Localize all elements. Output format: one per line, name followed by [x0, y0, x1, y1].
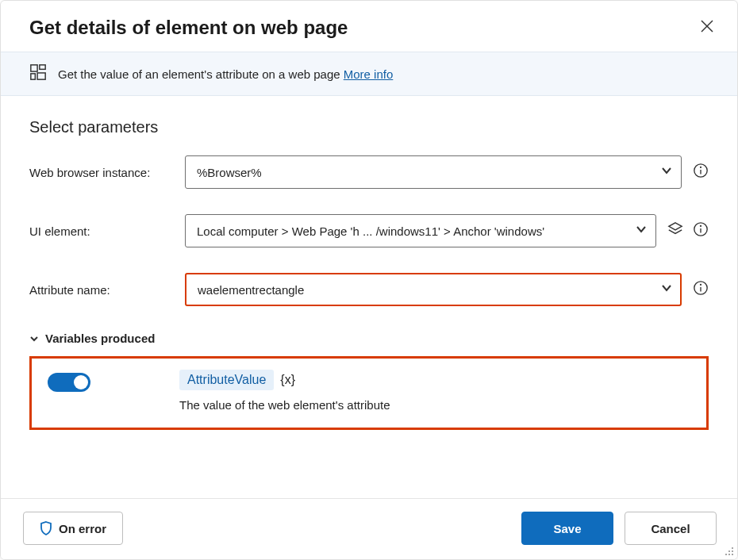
variable-description: The value of the web element's attribute: [179, 398, 390, 412]
cancel-label: Cancel: [651, 522, 690, 535]
svg-point-20: [728, 554, 730, 555]
svg-rect-3: [40, 65, 45, 70]
close-icon[interactable]: [701, 20, 713, 36]
svg-point-8: [701, 167, 701, 167]
browser-select[interactable]: %Browser%: [185, 155, 682, 189]
svg-marker-9: [669, 223, 682, 230]
action-icon: [29, 63, 47, 84]
svg-point-16: [732, 547, 733, 549]
attribute-select[interactable]: waelementrectangle: [185, 273, 682, 306]
row-attribute: Attribute name: waelementrectangle: [29, 273, 709, 306]
variables-produced-toggle[interactable]: Variables produced: [29, 332, 709, 345]
layers-icon[interactable]: [667, 221, 683, 240]
info-icon[interactable]: [693, 163, 709, 182]
row-uielement: UI element: Local computer > Web Page 'h…: [29, 214, 709, 247]
svg-rect-5: [37, 73, 45, 79]
variable-info: AttributeValue {x} The value of the web …: [179, 370, 390, 412]
dialog-body: Select parameters Web browser instance: …: [1, 96, 737, 438]
variable-name[interactable]: AttributeValue: [179, 370, 274, 390]
label-attribute: Attribute name:: [29, 283, 185, 297]
save-label: Save: [553, 522, 581, 535]
dialog-footer: On error Save Cancel: [1, 498, 737, 559]
dialog-header: Get details of element on web page: [1, 1, 737, 52]
info-icon[interactable]: [693, 221, 709, 240]
info-banner: Get the value of an element's attribute …: [1, 52, 737, 96]
attribute-value: waelementrectangle: [198, 283, 304, 297]
info-icon[interactable]: [693, 280, 709, 299]
variable-block: AttributeValue {x} The value of the web …: [29, 356, 709, 430]
cancel-button[interactable]: Cancel: [625, 512, 717, 545]
uielement-value: Local computer > Web Page 'h ... /window…: [197, 224, 544, 238]
save-button[interactable]: Save: [521, 512, 613, 545]
variable-oper: {x}: [280, 373, 295, 387]
svg-point-15: [701, 284, 701, 285]
svg-rect-2: [31, 65, 37, 71]
svg-rect-4: [31, 74, 36, 79]
section-heading: Select parameters: [29, 118, 709, 136]
banner-text: Get the value of an element's attribute …: [58, 67, 393, 81]
on-error-button[interactable]: On error: [23, 512, 123, 545]
more-info-link[interactable]: More info: [344, 67, 394, 81]
svg-point-21: [732, 554, 733, 555]
variable-toggle[interactable]: [48, 373, 90, 392]
svg-point-18: [732, 550, 733, 552]
dialog-title: Get details of element on web page: [29, 17, 348, 39]
svg-point-19: [725, 554, 727, 555]
on-error-label: On error: [59, 522, 106, 535]
resize-grip-icon[interactable]: [723, 545, 734, 556]
banner-description: Get the value of an element's attribute …: [58, 67, 344, 81]
svg-point-12: [701, 225, 701, 226]
svg-point-17: [728, 550, 730, 552]
browser-value: %Browser%: [197, 166, 262, 179]
label-browser: Web browser instance:: [29, 166, 185, 179]
variables-heading: Variables produced: [45, 332, 155, 345]
row-browser: Web browser instance: %Browser%: [29, 155, 709, 189]
uielement-select[interactable]: Local computer > Web Page 'h ... /window…: [185, 214, 656, 247]
label-uielement: UI element:: [29, 224, 185, 238]
